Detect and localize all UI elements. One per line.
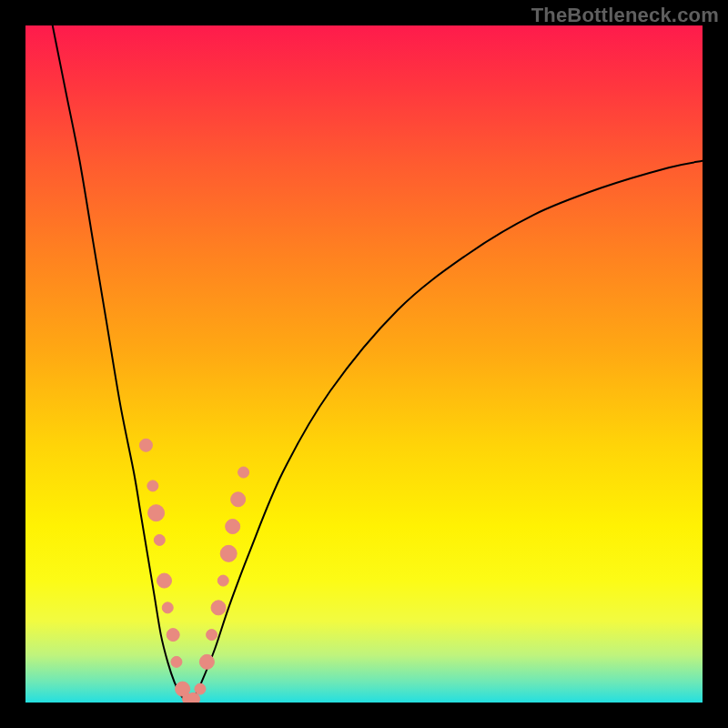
- data-marker: [211, 601, 226, 615]
- data-marker: [162, 602, 173, 613]
- data-marker: [154, 534, 165, 545]
- data-marker: [195, 683, 206, 694]
- data-marker: [148, 505, 165, 521]
- data-marker: [231, 492, 246, 507]
- chart-plot-area: [25, 25, 703, 703]
- data-marker: [199, 654, 214, 669]
- bottleneck-chart-svg: [25, 25, 703, 703]
- data-marker: [226, 520, 240, 534]
- data-marker: [147, 480, 158, 491]
- data-marker: [157, 573, 172, 588]
- data-marker: [167, 629, 179, 642]
- data-marker: [171, 656, 182, 667]
- watermark-text: TheBottleneck.com: [531, 4, 719, 27]
- data-markers: [139, 439, 248, 703]
- data-marker: [139, 439, 152, 451]
- data-marker: [238, 467, 249, 478]
- data-marker: [207, 630, 217, 641]
- data-marker: [217, 575, 228, 586]
- data-marker: [220, 545, 237, 561]
- bottleneck-curve: [53, 25, 703, 703]
